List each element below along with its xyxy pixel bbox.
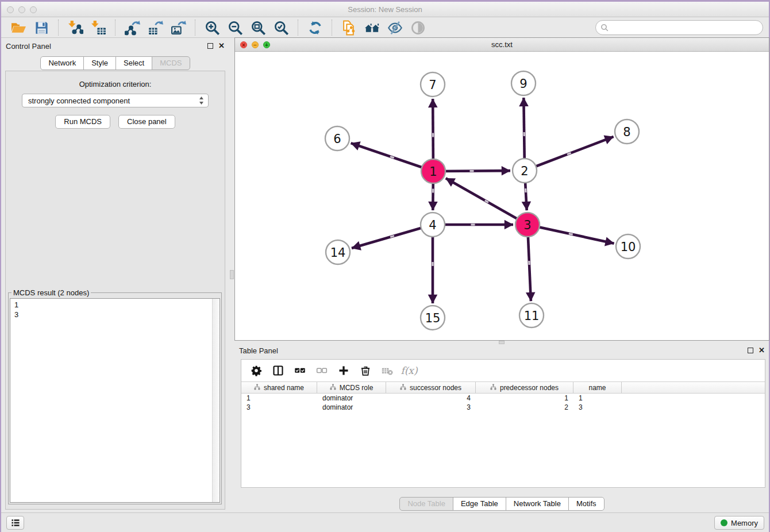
- graph-node-15[interactable]: 15: [421, 306, 445, 330]
- table-cell: 3: [386, 403, 476, 412]
- panel-splitter-vertical[interactable]: [229, 37, 234, 512]
- table-cell: 3: [241, 403, 317, 412]
- close-panel-icon[interactable]: ✕: [218, 43, 225, 49]
- open-session-button[interactable]: [9, 19, 28, 37]
- column-label: successor nodes: [410, 384, 461, 392]
- run-mcds-button[interactable]: Run MCDS: [55, 115, 110, 129]
- memory-button[interactable]: Memory: [714, 516, 764, 530]
- table-mode-button[interactable]: [249, 364, 263, 377]
- tab-network[interactable]: Network: [40, 56, 84, 70]
- show-graphics-details-icon: [410, 20, 426, 36]
- close-table-panel-icon[interactable]: ✕: [759, 347, 765, 353]
- toolbar-buttons: [7, 19, 429, 37]
- hide-selected-button[interactable]: [386, 19, 404, 37]
- graph-node-3[interactable]: 3: [515, 213, 540, 237]
- edge-handle: [469, 170, 473, 172]
- svg-text:1: 1: [429, 165, 437, 179]
- criterion-value: strongly connected component: [28, 97, 197, 105]
- table-row[interactable]: 1dominator411: [241, 394, 765, 403]
- save-session-button[interactable]: [32, 19, 51, 37]
- search-box[interactable]: [595, 20, 763, 35]
- float-panel-icon[interactable]: [207, 43, 213, 49]
- export-network-button[interactable]: [123, 19, 141, 37]
- delete-columns-button[interactable]: [359, 364, 372, 377]
- table-tab-edge-table[interactable]: Edge Table: [453, 497, 506, 511]
- import-network-button[interactable]: [66, 19, 84, 37]
- splitter-grip[interactable]: [230, 270, 234, 279]
- tab-style[interactable]: Style: [83, 56, 116, 70]
- export-image-button[interactable]: [169, 19, 187, 37]
- graph-node-9[interactable]: 9: [511, 71, 536, 95]
- tab-select[interactable]: Select: [116, 56, 152, 70]
- graph-node-8[interactable]: 8: [615, 119, 639, 144]
- column-header-successor-nodes[interactable]: successor nodes: [386, 382, 476, 393]
- deselect-all-button[interactable]: [315, 364, 329, 377]
- new-column-button[interactable]: [337, 364, 351, 377]
- apply-layout-button[interactable]: [306, 19, 324, 37]
- graph-node-14[interactable]: 14: [326, 240, 350, 264]
- table-panel: Table Panel ✕ f(x) shared nameMCDS roles…: [234, 343, 769, 513]
- table-tab-motifs[interactable]: Motifs: [568, 497, 605, 511]
- tab-mcds[interactable]: MCDS: [152, 56, 190, 70]
- column-header-name[interactable]: name: [573, 382, 622, 393]
- graph-node-2[interactable]: 2: [513, 159, 537, 183]
- graph-node-4[interactable]: 4: [421, 213, 445, 237]
- float-table-panel-icon[interactable]: [748, 348, 753, 353]
- clone-network-icon: [341, 20, 357, 36]
- graph-node-6[interactable]: 6: [325, 126, 349, 151]
- graph-node-10[interactable]: 10: [616, 234, 640, 259]
- control-panel: Control Panel ✕ NetworkStyleSelectMCDS O…: [1, 37, 229, 513]
- zoom-fit-icon: [251, 20, 266, 36]
- zoom-selected-button[interactable]: [272, 19, 290, 37]
- graph-node-11[interactable]: 11: [519, 303, 544, 327]
- show-graphics-details-button[interactable]: [409, 19, 427, 37]
- mcds-result-list[interactable]: 13: [10, 298, 220, 503]
- graph-node-7[interactable]: 7: [421, 72, 445, 97]
- table-mode-icon: [251, 365, 262, 376]
- table-cell: 1: [573, 394, 622, 403]
- toolbar-separator: [195, 20, 195, 36]
- table-cell: 3: [573, 403, 622, 412]
- search-input[interactable]: [609, 24, 758, 32]
- zoom-in-button[interactable]: [203, 19, 221, 37]
- function-builder-button[interactable]: f(x): [402, 364, 416, 377]
- toolbar-separator: [115, 20, 116, 36]
- column-label: shared name: [264, 384, 304, 392]
- deselect-all-icon: [316, 365, 328, 376]
- svg-text:10: 10: [621, 240, 636, 254]
- graph-node-1[interactable]: 1: [421, 159, 445, 183]
- dropdown-stepper-icon: [197, 95, 206, 106]
- zoom-fit-button[interactable]: [249, 19, 267, 37]
- clone-network-button[interactable]: [340, 19, 358, 37]
- edge-handle: [432, 133, 434, 137]
- zoom-out-button[interactable]: [226, 19, 244, 37]
- network-canvas[interactable]: 7968124310141511: [235, 52, 769, 340]
- search-icon: [600, 24, 609, 32]
- memory-status-icon: [721, 519, 727, 526]
- show-panels-menu-button[interactable]: [6, 516, 24, 530]
- window-title: Session: New Session: [1, 5, 769, 14]
- show-hide-columns-button[interactable]: [271, 364, 285, 377]
- column-header-predecessor-nodes[interactable]: predecessor nodes: [476, 382, 573, 393]
- toolbar-separator: [298, 20, 298, 36]
- select-all-button[interactable]: [293, 364, 307, 377]
- table-panel-header: Table Panel ✕: [234, 346, 765, 357]
- table-tab-node-table[interactable]: Node Table: [399, 497, 453, 511]
- delete-table-button[interactable]: [380, 364, 394, 377]
- criterion-dropdown[interactable]: strongly connected component: [22, 94, 209, 107]
- column-header-mcds-role[interactable]: MCDS role: [317, 382, 386, 393]
- mcds-result-title: MCDS result (2 nodes): [11, 288, 91, 297]
- network-window-title: scc.txt: [235, 40, 769, 49]
- table-row[interactable]: 3dominator323: [241, 403, 765, 412]
- export-table-button[interactable]: [146, 19, 164, 37]
- result-scrollbar[interactable]: [212, 299, 220, 502]
- import-table-button[interactable]: [89, 19, 107, 37]
- application-window: Session: New Session Control Panel ✕ Net…: [1, 2, 769, 532]
- show-hide-columns-icon: [272, 365, 284, 376]
- first-neighbors-button[interactable]: [363, 19, 381, 37]
- table-tab-network-table[interactable]: Network Table: [506, 497, 569, 511]
- column-label: predecessor nodes: [500, 384, 559, 392]
- column-header-shared-name[interactable]: shared name: [241, 382, 317, 393]
- control-panel-tabs: NetworkStyleSelectMCDS: [1, 56, 229, 70]
- close-panel-button[interactable]: Close panel: [118, 115, 175, 129]
